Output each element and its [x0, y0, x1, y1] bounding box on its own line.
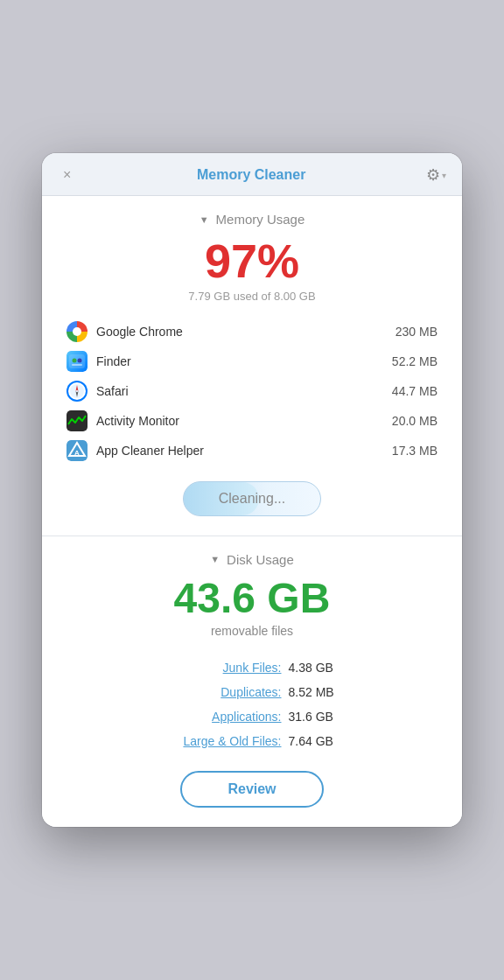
gear-icon: ⚙: [426, 165, 440, 185]
app-memory: 52.2 MB: [392, 354, 438, 368]
svg-point-2: [73, 358, 77, 362]
table-row: Safari 44.7 MB: [66, 376, 438, 406]
triangle-icon: ▼: [210, 554, 220, 564]
applications-value: 31.6 GB: [289, 710, 350, 724]
list-item: Duplicates: 8.52 MB: [66, 680, 438, 704]
app-name: Activity Monitor: [96, 414, 383, 428]
svg-rect-1: [69, 354, 85, 368]
cleaning-button[interactable]: Cleaning...: [183, 481, 322, 516]
app-name: Google Chrome: [96, 325, 387, 339]
app-window: × Memory Cleaner ⚙ ▾ ▼ Memory Usage 97% …: [42, 153, 462, 826]
memory-section-header: ▼ Memory Usage: [66, 212, 438, 227]
disk-list: Junk Files: 4.38 GB Duplicates: 8.52 MB …: [66, 655, 438, 753]
svg-rect-4: [72, 364, 82, 366]
app-memory: 44.7 MB: [392, 384, 438, 398]
disk-section-title: Disk Usage: [227, 552, 294, 567]
table-row: Google Chrome 230 MB: [66, 317, 438, 346]
table-row: Activity Monitor 20.0 MB: [66, 406, 438, 436]
disk-subtitle: removable files: [66, 624, 438, 638]
memory-section: ▼ Memory Usage 97% 7.79 GB used of 8.00 …: [42, 196, 462, 535]
disk-amount: 43.6 GB: [66, 576, 438, 622]
list-item: Large & Old Files: 7.64 GB: [66, 729, 438, 753]
list-item: Applications: 31.6 GB: [66, 704, 438, 729]
large-old-files-value: 7.64 GB: [289, 734, 350, 748]
table-row: A App Cleaner Helper 17.3 MB: [66, 436, 438, 466]
finder-icon: [66, 351, 88, 372]
duplicates-value: 8.52 MB: [289, 685, 350, 699]
cleaning-button-wrap: Cleaning...: [66, 481, 438, 516]
table-row: Finder 52.2 MB: [66, 346, 438, 376]
app-title: Memory Cleaner: [76, 167, 426, 183]
triangle-icon: ▼: [200, 214, 209, 225]
app-cleaner-icon: A: [66, 440, 88, 461]
safari-icon: [66, 381, 88, 402]
applications-link[interactable]: Applications:: [155, 710, 282, 724]
chrome-icon: [66, 321, 88, 342]
review-button[interactable]: Review: [180, 771, 323, 808]
memory-detail: 7.79 GB used of 8.00 GB: [66, 290, 438, 303]
app-name: App Cleaner Helper: [96, 444, 383, 458]
large-old-files-link[interactable]: Large & Old Files:: [155, 734, 282, 748]
disk-section: ▼ Disk Usage 43.6 GB removable files Jun…: [42, 536, 462, 827]
app-name: Finder: [96, 354, 383, 368]
app-memory: 17.3 MB: [392, 444, 438, 458]
junk-files-link[interactable]: Junk Files:: [155, 661, 282, 675]
list-item: Junk Files: 4.38 GB: [66, 655, 438, 680]
settings-button[interactable]: ⚙ ▾: [426, 165, 446, 185]
review-button-wrap: Review: [66, 771, 438, 808]
svg-point-3: [78, 358, 82, 362]
memory-percent: 97%: [66, 235, 438, 287]
app-list: Google Chrome 230 MB: [66, 317, 438, 466]
app-memory: 20.0 MB: [392, 414, 438, 428]
memory-section-title: Memory Usage: [216, 212, 305, 227]
app-name: Safari: [96, 384, 383, 398]
duplicates-link[interactable]: Duplicates:: [155, 685, 282, 699]
svg-text:A: A: [74, 449, 80, 457]
app-memory: 230 MB: [396, 325, 438, 339]
title-bar: × Memory Cleaner ⚙ ▾: [42, 153, 462, 196]
disk-section-header: ▼ Disk Usage: [66, 552, 438, 567]
chevron-down-icon: ▾: [442, 171, 446, 180]
junk-files-value: 4.38 GB: [289, 661, 350, 675]
close-button[interactable]: ×: [58, 165, 76, 185]
activity-monitor-icon: [66, 410, 88, 431]
